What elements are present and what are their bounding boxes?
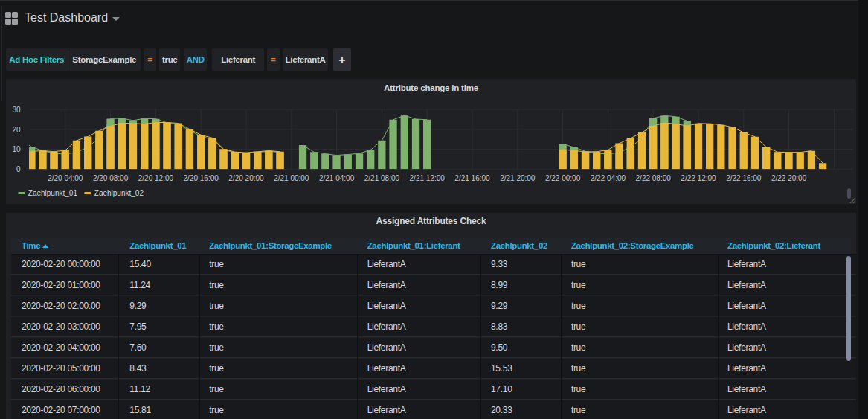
svg-text:0: 0: [16, 164, 21, 173]
svg-text:2/20 08:00: 2/20 08:00: [93, 173, 129, 182]
svg-text:2/20 04:00: 2/20 04:00: [48, 173, 83, 182]
svg-text:2/22 08:00: 2/22 08:00: [636, 173, 672, 182]
svg-text:2/22 12:00: 2/22 12:00: [681, 173, 716, 182]
svg-text:2/20 20:00: 2/20 20:00: [228, 173, 264, 182]
svg-text:2/21 20:00: 2/21 20:00: [500, 173, 536, 182]
svg-text:10: 10: [12, 145, 21, 153]
svg-text:20: 20: [12, 125, 21, 133]
svg-text:2/21 04:00: 2/21 04:00: [319, 173, 355, 182]
svg-text:2/22 00:00: 2/22 00:00: [545, 173, 581, 182]
svg-text:2/21 00:00: 2/21 00:00: [274, 173, 309, 182]
svg-text:2/21 16:00: 2/21 16:00: [454, 173, 490, 182]
svg-text:2/20 12:00: 2/20 12:00: [138, 173, 174, 182]
svg-text:2/20 16:00: 2/20 16:00: [184, 173, 219, 182]
svg-text:2/22 16:00: 2/22 16:00: [726, 173, 762, 182]
svg-text:2/21 12:00: 2/21 12:00: [410, 173, 446, 182]
svg-text:30: 30: [12, 105, 21, 113]
svg-text:2/22 04:00: 2/22 04:00: [591, 173, 626, 182]
svg-text:2/22 20:00: 2/22 20:00: [771, 173, 807, 182]
svg-text:2/21 08:00: 2/21 08:00: [364, 173, 400, 182]
